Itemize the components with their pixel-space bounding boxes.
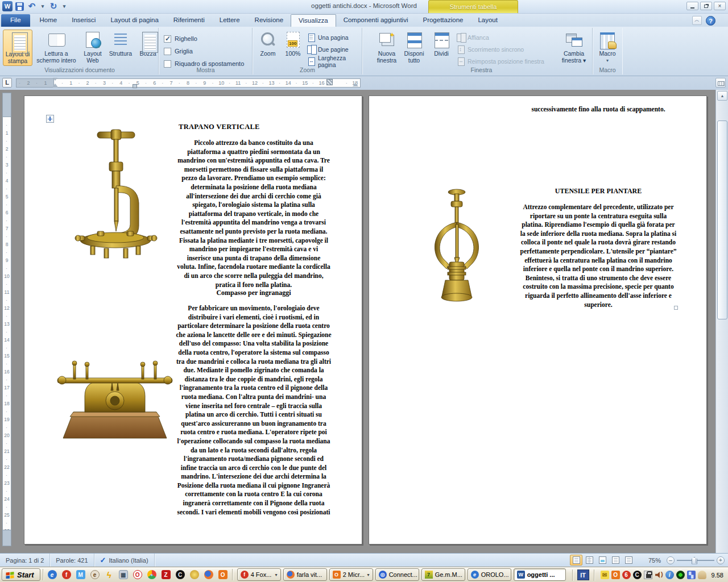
group-label: Zoom	[253, 66, 362, 73]
tab-riferimenti[interactable]: Riferimenti	[166, 14, 212, 27]
document-page-2[interactable]: successivamente fino alla ruota di scapp…	[369, 95, 707, 544]
emule-icon[interactable]: e	[90, 570, 100, 579]
page-indicator[interactable]: Pagina: 1 di 2	[0, 554, 50, 567]
taskbar-orolo[interactable]: e OROLO...	[468, 568, 511, 581]
view-print-layout-button[interactable]	[570, 555, 582, 566]
taskbar-oggetti[interactable]: W oggetti ...	[514, 568, 566, 581]
figure-utensile-per-piantare[interactable]	[423, 187, 492, 306]
opera-tray-icon[interactable]: O	[611, 571, 620, 579]
griglia-checkbox[interactable]: Griglia	[164, 45, 244, 57]
foxit-icon[interactable]: f	[62, 570, 71, 579]
table-move-handle-icon[interactable]	[46, 115, 54, 123]
nuova-finestra-button[interactable]: Nuova finestra	[373, 30, 400, 66]
zoom-100-button[interactable]: 100%	[280, 30, 305, 66]
tab-progettazione[interactable]: Progettazione	[415, 14, 470, 27]
network-icon[interactable]: ▚	[687, 571, 696, 579]
zoom-level[interactable]: 75%	[642, 557, 661, 564]
checkbox-icon[interactable]	[164, 35, 171, 43]
tab-revisione[interactable]: Revisione	[247, 14, 291, 27]
view-web-button[interactable]	[596, 555, 609, 566]
mail-icon[interactable]: ✉	[601, 571, 609, 579]
taskbar-connect[interactable]: ◎ Connect...	[375, 568, 419, 581]
ie-icon[interactable]: e	[48, 570, 57, 579]
indent-marker[interactable]	[53, 78, 58, 87]
mushroom-icon[interactable]	[698, 571, 706, 579]
una-pagina-button[interactable]: Una pagina	[307, 31, 362, 43]
gold-clock-icon[interactable]	[190, 570, 199, 579]
collapse-ribbon-icon[interactable]: ︿	[692, 16, 702, 25]
tab-file[interactable]: File	[1, 14, 30, 27]
tab-layout-di-pagina[interactable]: Layout di pagina	[103, 14, 166, 27]
filezilla-icon[interactable]: Z	[162, 570, 171, 579]
taskbar-firefox[interactable]: farla vit...	[283, 568, 327, 581]
fullscreen-reading-button[interactable]: Lettura a schermo intero	[32, 30, 80, 66]
figure-trapano-verticale[interactable]	[75, 129, 159, 267]
figure-compasso-per-ingranaggi[interactable]	[56, 348, 175, 443]
taskbar-clock[interactable]: 9.58	[710, 572, 727, 579]
due-pagine-button[interactable]: Due pagine	[307, 43, 362, 55]
help-icon[interactable]: ?	[706, 16, 715, 26]
c-tray-icon[interactable]: C	[633, 571, 642, 579]
lock-icon[interactable]	[644, 571, 652, 579]
tab-home[interactable]: Home	[32, 14, 65, 27]
macro-button[interactable]: Macro ▾	[594, 30, 621, 66]
dividi-button[interactable]: Dividi	[428, 30, 455, 66]
lightning-icon[interactable]: ϟ	[105, 570, 114, 579]
draft-button[interactable]: Bozza	[136, 30, 160, 66]
chrome-icon[interactable]: ●	[147, 570, 156, 579]
cambia-finestra-button[interactable]: Cambia finestra ▾	[557, 30, 590, 66]
minimize-icon[interactable]	[686, 2, 698, 10]
tab-stop-selector[interactable]: L	[2, 78, 12, 88]
scroll-up-icon[interactable]: ▲	[717, 91, 727, 101]
larghezza-pagina-button[interactable]: Larghezza pagina	[307, 55, 362, 67]
vertical-scrollbar[interactable]: ▲	[715, 90, 728, 553]
table-column-marker[interactable]	[326, 79, 333, 85]
page-icon	[307, 57, 316, 66]
info-icon[interactable]: i	[665, 571, 674, 579]
cell-resize-handle[interactable]	[674, 306, 678, 310]
foxit-tray-icon[interactable]: 6	[622, 571, 631, 579]
zoom-out-icon[interactable]: –	[667, 556, 675, 564]
view-outline-button[interactable]	[609, 555, 622, 566]
checkbox-icon[interactable]	[164, 48, 171, 55]
word-count[interactable]: Parole: 421	[50, 554, 94, 567]
opera-orange-icon[interactable]: O	[218, 570, 228, 579]
opera-icon[interactable]: O	[133, 570, 142, 579]
outline-button[interactable]: Struttura	[105, 30, 136, 66]
print-layout-button[interactable]: Layout di stampa	[3, 30, 32, 66]
close-icon[interactable]: ×	[714, 2, 726, 10]
zoom-button[interactable]: Zoom	[255, 30, 280, 66]
calculator-icon[interactable]: ▦	[119, 570, 128, 579]
firefox-icon[interactable]	[204, 570, 213, 579]
tab-componenti-aggiuntivi[interactable]: Componenti aggiuntivi	[336, 14, 416, 27]
proofing-status[interactable]: ✓ Italiano (Italia)	[94, 554, 155, 567]
tab-inserisci[interactable]: Inserisci	[64, 14, 103, 27]
taskbar-micr-group[interactable]: O 2 Micr...	[329, 568, 373, 581]
view-icon	[9, 31, 27, 49]
start-button[interactable]: Start	[2, 568, 40, 581]
right-indent-marker[interactable]	[353, 83, 358, 86]
taskbar-gemm[interactable]: 7 Ge.m.M...	[421, 568, 465, 581]
tab-lettere[interactable]: Lettere	[212, 14, 247, 27]
zoom-in-icon[interactable]: +	[717, 556, 725, 564]
document-page-1[interactable]: TRAPANO VERTICALE Piccolo attrezzo da ba…	[24, 95, 362, 544]
tab-layout[interactable]: Layout	[470, 14, 505, 27]
messenger-icon[interactable]: M	[76, 570, 85, 579]
restore-icon[interactable]	[700, 2, 712, 10]
view-fullscreen-button[interactable]	[583, 555, 595, 566]
language-bar[interactable]: IT	[577, 569, 589, 580]
scrollbar-thumb[interactable]	[717, 120, 727, 319]
zoom-slider-thumb[interactable]	[692, 557, 697, 564]
left-indent-marker[interactable]	[133, 84, 137, 88]
c-app-icon[interactable]: C	[176, 570, 185, 579]
green-dot-icon[interactable]	[676, 571, 685, 579]
ruler-toggle-button[interactable]	[715, 78, 726, 88]
tab-visualizza[interactable]: Visualizza	[291, 14, 336, 27]
taskbar-foxit-group[interactable]: f 4 Fox...	[237, 568, 281, 581]
web-layout-button[interactable]: Layout Web	[80, 30, 105, 66]
righello-checkbox[interactable]: Righello	[164, 32, 244, 45]
volume-icon[interactable]	[655, 571, 663, 579]
view-draft-button[interactable]	[622, 555, 635, 566]
zoom-slider[interactable]	[677, 556, 714, 564]
disponi-tutto-button[interactable]: Disponi tutto	[400, 30, 428, 66]
